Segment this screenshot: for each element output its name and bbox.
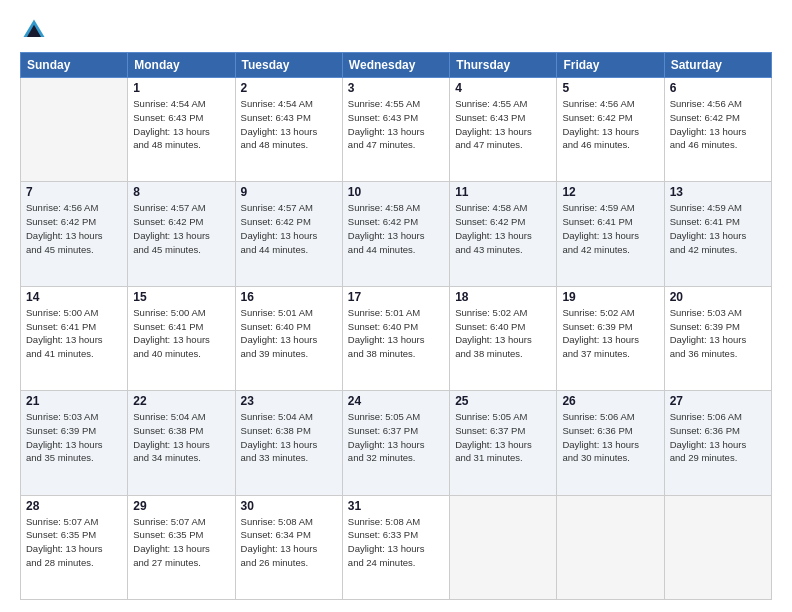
calendar-day-cell — [21, 78, 128, 182]
day-number: 16 — [241, 290, 337, 304]
calendar-day-cell: 19Sunrise: 5:02 AMSunset: 6:39 PMDayligh… — [557, 286, 664, 390]
calendar-day-cell: 8Sunrise: 4:57 AMSunset: 6:42 PMDaylight… — [128, 182, 235, 286]
day-number: 24 — [348, 394, 444, 408]
day-number: 11 — [455, 185, 551, 199]
calendar-day-cell: 14Sunrise: 5:00 AMSunset: 6:41 PMDayligh… — [21, 286, 128, 390]
calendar-day-cell — [557, 495, 664, 599]
weekday-header: Thursday — [450, 53, 557, 78]
calendar-day-cell: 11Sunrise: 4:58 AMSunset: 6:42 PMDayligh… — [450, 182, 557, 286]
day-number: 30 — [241, 499, 337, 513]
day-number: 9 — [241, 185, 337, 199]
day-detail: Sunrise: 4:54 AMSunset: 6:43 PMDaylight:… — [133, 97, 229, 152]
day-detail: Sunrise: 5:05 AMSunset: 6:37 PMDaylight:… — [455, 410, 551, 465]
day-number: 1 — [133, 81, 229, 95]
day-detail: Sunrise: 5:03 AMSunset: 6:39 PMDaylight:… — [26, 410, 122, 465]
day-detail: Sunrise: 4:57 AMSunset: 6:42 PMDaylight:… — [241, 201, 337, 256]
calendar-day-cell: 27Sunrise: 5:06 AMSunset: 6:36 PMDayligh… — [664, 391, 771, 495]
day-detail: Sunrise: 5:02 AMSunset: 6:39 PMDaylight:… — [562, 306, 658, 361]
day-detail: Sunrise: 5:08 AMSunset: 6:33 PMDaylight:… — [348, 515, 444, 570]
calendar-week-row: 28Sunrise: 5:07 AMSunset: 6:35 PMDayligh… — [21, 495, 772, 599]
day-number: 17 — [348, 290, 444, 304]
calendar-day-cell: 31Sunrise: 5:08 AMSunset: 6:33 PMDayligh… — [342, 495, 449, 599]
day-detail: Sunrise: 5:04 AMSunset: 6:38 PMDaylight:… — [133, 410, 229, 465]
weekday-header: Tuesday — [235, 53, 342, 78]
calendar-week-row: 1Sunrise: 4:54 AMSunset: 6:43 PMDaylight… — [21, 78, 772, 182]
day-number: 31 — [348, 499, 444, 513]
calendar-day-cell: 6Sunrise: 4:56 AMSunset: 6:42 PMDaylight… — [664, 78, 771, 182]
day-detail: Sunrise: 5:04 AMSunset: 6:38 PMDaylight:… — [241, 410, 337, 465]
day-number: 14 — [26, 290, 122, 304]
calendar-day-cell: 17Sunrise: 5:01 AMSunset: 6:40 PMDayligh… — [342, 286, 449, 390]
calendar-day-cell: 2Sunrise: 4:54 AMSunset: 6:43 PMDaylight… — [235, 78, 342, 182]
day-detail: Sunrise: 5:05 AMSunset: 6:37 PMDaylight:… — [348, 410, 444, 465]
calendar-day-cell: 18Sunrise: 5:02 AMSunset: 6:40 PMDayligh… — [450, 286, 557, 390]
calendar-day-cell: 9Sunrise: 4:57 AMSunset: 6:42 PMDaylight… — [235, 182, 342, 286]
day-detail: Sunrise: 4:55 AMSunset: 6:43 PMDaylight:… — [455, 97, 551, 152]
day-detail: Sunrise: 5:07 AMSunset: 6:35 PMDaylight:… — [133, 515, 229, 570]
day-number: 5 — [562, 81, 658, 95]
day-detail: Sunrise: 5:03 AMSunset: 6:39 PMDaylight:… — [670, 306, 766, 361]
day-detail: Sunrise: 4:58 AMSunset: 6:42 PMDaylight:… — [348, 201, 444, 256]
day-detail: Sunrise: 4:58 AMSunset: 6:42 PMDaylight:… — [455, 201, 551, 256]
day-detail: Sunrise: 4:59 AMSunset: 6:41 PMDaylight:… — [670, 201, 766, 256]
calendar-day-cell: 20Sunrise: 5:03 AMSunset: 6:39 PMDayligh… — [664, 286, 771, 390]
day-detail: Sunrise: 5:00 AMSunset: 6:41 PMDaylight:… — [133, 306, 229, 361]
day-number: 20 — [670, 290, 766, 304]
day-number: 13 — [670, 185, 766, 199]
day-detail: Sunrise: 4:56 AMSunset: 6:42 PMDaylight:… — [670, 97, 766, 152]
calendar-day-cell — [450, 495, 557, 599]
day-detail: Sunrise: 4:56 AMSunset: 6:42 PMDaylight:… — [562, 97, 658, 152]
logo — [20, 16, 52, 44]
day-detail: Sunrise: 5:02 AMSunset: 6:40 PMDaylight:… — [455, 306, 551, 361]
calendar-day-cell: 16Sunrise: 5:01 AMSunset: 6:40 PMDayligh… — [235, 286, 342, 390]
day-number: 28 — [26, 499, 122, 513]
calendar-day-cell: 24Sunrise: 5:05 AMSunset: 6:37 PMDayligh… — [342, 391, 449, 495]
day-detail: Sunrise: 5:07 AMSunset: 6:35 PMDaylight:… — [26, 515, 122, 570]
day-number: 18 — [455, 290, 551, 304]
calendar-day-cell: 25Sunrise: 5:05 AMSunset: 6:37 PMDayligh… — [450, 391, 557, 495]
day-detail: Sunrise: 4:57 AMSunset: 6:42 PMDaylight:… — [133, 201, 229, 256]
day-number: 29 — [133, 499, 229, 513]
calendar-day-cell: 23Sunrise: 5:04 AMSunset: 6:38 PMDayligh… — [235, 391, 342, 495]
calendar-day-cell — [664, 495, 771, 599]
day-number: 7 — [26, 185, 122, 199]
weekday-header: Sunday — [21, 53, 128, 78]
header — [20, 16, 772, 44]
day-number: 21 — [26, 394, 122, 408]
day-detail: Sunrise: 5:00 AMSunset: 6:41 PMDaylight:… — [26, 306, 122, 361]
day-number: 15 — [133, 290, 229, 304]
day-detail: Sunrise: 4:55 AMSunset: 6:43 PMDaylight:… — [348, 97, 444, 152]
day-detail: Sunrise: 5:01 AMSunset: 6:40 PMDaylight:… — [241, 306, 337, 361]
page: SundayMondayTuesdayWednesdayThursdayFrid… — [0, 0, 792, 612]
day-number: 22 — [133, 394, 229, 408]
calendar-day-cell: 29Sunrise: 5:07 AMSunset: 6:35 PMDayligh… — [128, 495, 235, 599]
calendar-day-cell: 7Sunrise: 4:56 AMSunset: 6:42 PMDaylight… — [21, 182, 128, 286]
calendar-day-cell: 3Sunrise: 4:55 AMSunset: 6:43 PMDaylight… — [342, 78, 449, 182]
day-number: 6 — [670, 81, 766, 95]
calendar-day-cell: 21Sunrise: 5:03 AMSunset: 6:39 PMDayligh… — [21, 391, 128, 495]
day-number: 25 — [455, 394, 551, 408]
day-detail: Sunrise: 4:54 AMSunset: 6:43 PMDaylight:… — [241, 97, 337, 152]
weekday-header: Saturday — [664, 53, 771, 78]
day-number: 27 — [670, 394, 766, 408]
day-detail: Sunrise: 5:06 AMSunset: 6:36 PMDaylight:… — [562, 410, 658, 465]
weekday-header: Wednesday — [342, 53, 449, 78]
day-detail: Sunrise: 4:56 AMSunset: 6:42 PMDaylight:… — [26, 201, 122, 256]
calendar-day-cell: 1Sunrise: 4:54 AMSunset: 6:43 PMDaylight… — [128, 78, 235, 182]
day-detail: Sunrise: 5:06 AMSunset: 6:36 PMDaylight:… — [670, 410, 766, 465]
calendar-week-row: 7Sunrise: 4:56 AMSunset: 6:42 PMDaylight… — [21, 182, 772, 286]
day-number: 2 — [241, 81, 337, 95]
calendar-day-cell: 26Sunrise: 5:06 AMSunset: 6:36 PMDayligh… — [557, 391, 664, 495]
calendar-header-row: SundayMondayTuesdayWednesdayThursdayFrid… — [21, 53, 772, 78]
day-number: 23 — [241, 394, 337, 408]
calendar-table: SundayMondayTuesdayWednesdayThursdayFrid… — [20, 52, 772, 600]
calendar-day-cell: 5Sunrise: 4:56 AMSunset: 6:42 PMDaylight… — [557, 78, 664, 182]
day-number: 8 — [133, 185, 229, 199]
calendar-day-cell: 12Sunrise: 4:59 AMSunset: 6:41 PMDayligh… — [557, 182, 664, 286]
calendar-day-cell: 10Sunrise: 4:58 AMSunset: 6:42 PMDayligh… — [342, 182, 449, 286]
day-number: 26 — [562, 394, 658, 408]
calendar-day-cell: 30Sunrise: 5:08 AMSunset: 6:34 PMDayligh… — [235, 495, 342, 599]
day-detail: Sunrise: 5:08 AMSunset: 6:34 PMDaylight:… — [241, 515, 337, 570]
calendar-day-cell: 15Sunrise: 5:00 AMSunset: 6:41 PMDayligh… — [128, 286, 235, 390]
day-number: 19 — [562, 290, 658, 304]
